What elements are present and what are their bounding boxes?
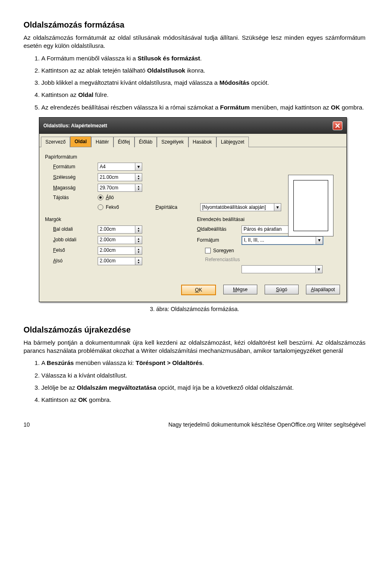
label-right-margin: Jobb oldali <box>45 236 98 243</box>
steps-list-2: A Beszúrás menüben válassza ki: Töréspon… <box>24 359 365 404</box>
reset-button[interactable]: Alapállapot <box>306 285 340 294</box>
cancel-button[interactable]: Mégse <box>223 285 257 294</box>
section-title-restart: Oldalszámozás újrakezdése <box>24 324 365 335</box>
label-register-true: Soregyen <box>213 247 234 254</box>
label-width: Szélesség <box>45 174 98 180</box>
list-item: Az elrendezés beállításai részben válass… <box>41 103 365 112</box>
restart-paragraph: Ha bármely pontján a dokumentumnak újra … <box>24 339 365 355</box>
register-true-checkbox[interactable] <box>205 248 211 253</box>
tab-footnote[interactable]: Lábjegyzet <box>216 137 249 147</box>
close-icon[interactable] <box>333 121 342 130</box>
left-margin-input[interactable]: 2.00cm▲▼ <box>98 225 142 234</box>
figure-caption: 3. ábra: Oldalszámozás formázása. <box>24 305 365 313</box>
help-button[interactable]: Súgó <box>265 285 299 294</box>
spinner-icon[interactable]: ▲▼ <box>135 247 142 255</box>
label-page-layout: Oldalbeállítás <box>197 226 242 232</box>
chevron-down-icon[interactable]: ▾ <box>316 236 323 245</box>
list-item: A Beszúrás menüben válassza ki: Töréspon… <box>41 359 365 367</box>
label-paper-tray: Papírtálca <box>156 204 200 210</box>
reference-style-combo: ▾ <box>242 265 323 273</box>
label-format: Formátum <box>45 163 98 170</box>
list-item: Kattintson az OK gombra. <box>41 396 365 404</box>
right-margin-input[interactable]: 2.00cm▲▼ <box>98 236 142 244</box>
chevron-down-icon[interactable]: ▾ <box>274 203 281 211</box>
tab-header[interactable]: Élőfej <box>113 137 135 147</box>
spinner-icon[interactable]: ▲▼ <box>135 236 142 244</box>
chevron-down-icon: ▾ <box>315 265 323 273</box>
bottom-margin-input[interactable]: 2.00cm▲▼ <box>98 257 142 265</box>
dialog-title: Oldalstílus: Alapértelmezett <box>43 122 107 129</box>
list-item: Kattintson az az ablak tetején található… <box>41 67 365 75</box>
list-item: Jelölje be az Oldalszám megváltoztatása … <box>41 384 365 392</box>
paper-tray-combo[interactable]: [Nyomtatóbeállítások alapján] ▾ <box>200 203 281 211</box>
tab-background[interactable]: Háttér <box>91 137 113 147</box>
page-number: 10 <box>24 421 30 429</box>
chevron-down-icon[interactable]: ▾ <box>135 163 142 171</box>
label-bottom-margin: Alsó <box>45 258 98 264</box>
option-landscape: Fekvő <box>106 204 119 210</box>
page-style-dialog: Oldalstílus: Alapértelmezett Szervező Ol… <box>39 117 347 302</box>
tab-borders[interactable]: Szegélyek <box>157 137 188 147</box>
tab-organizer[interactable]: Szervező <box>41 137 70 147</box>
tab-columns[interactable]: Hasábok <box>188 137 216 147</box>
spinner-icon[interactable]: ▲▼ <box>135 225 142 234</box>
section-title: Oldalszámozás formázása <box>24 19 365 30</box>
label-height: Magasság <box>45 185 98 191</box>
height-input[interactable]: 29.70cm ▲▼ <box>98 184 142 192</box>
label-top-margin: Felső <box>45 247 98 253</box>
spinner-icon[interactable]: ▲▼ <box>135 257 142 265</box>
tab-strip: Szervező Oldal Háttér Élőfej Élőláb Szeg… <box>39 134 346 147</box>
dialog-titlebar[interactable]: Oldalstílus: Alapértelmezett <box>39 118 346 134</box>
label-number-format: Formátum <box>197 237 242 243</box>
radio-landscape[interactable] <box>98 204 103 210</box>
radio-portrait[interactable] <box>98 195 103 200</box>
steps-list-1: A Formátum menüből válassza ki a Stíluso… <box>24 54 365 112</box>
label-reference-style: Referenciastílus <box>197 256 250 263</box>
tab-page[interactable]: Oldal <box>70 136 91 147</box>
footer-text: Nagy terjedelmű dokumentumok készítése O… <box>168 421 365 429</box>
list-item: A Formátum menüből válassza ki a Stíluso… <box>41 54 365 62</box>
option-portrait: Álló <box>106 194 114 201</box>
group-margins: Margók <box>45 216 189 223</box>
label-left-margin: Bal oldali <box>45 226 98 232</box>
group-paper-format: Papírformátum <box>45 154 341 160</box>
list-item: Kattintson az Oldal fülre. <box>41 91 365 99</box>
spinner-icon[interactable]: ▲▼ <box>135 184 142 192</box>
width-input[interactable]: 21.00cm ▲▼ <box>98 173 142 181</box>
number-format-combo[interactable]: I, II, III, ...▾ <box>242 236 323 245</box>
list-item: Jobb klikkel a megváltoztatni kívánt old… <box>41 79 365 87</box>
format-combo[interactable]: A4 ▾ <box>98 163 142 171</box>
top-margin-input[interactable]: 2.00cm▲▼ <box>98 247 142 255</box>
label-orientation: Tájolás <box>45 194 98 201</box>
tab-footer[interactable]: Élőláb <box>135 137 157 147</box>
intro-paragraph: Az oldalszámozás formátumát az oldal stí… <box>24 34 365 50</box>
spinner-icon[interactable]: ▲▼ <box>135 173 142 181</box>
list-item: Válassza ki a kívánt oldalstílust. <box>41 371 365 380</box>
ok-button[interactable]: OK <box>181 285 216 295</box>
page-preview <box>288 175 333 236</box>
